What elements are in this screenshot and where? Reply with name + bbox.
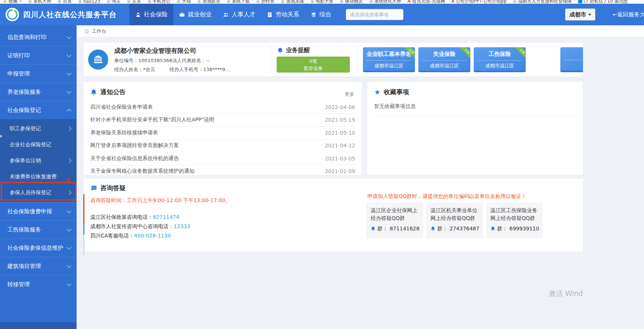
globe-icon: ⊕ bbox=[256, 0, 260, 4]
people-icon bbox=[223, 12, 229, 18]
sidebar-item-construction[interactable]: 建筑项目管理 bbox=[0, 257, 77, 275]
sidebar-submenu: 职工参保登记 企业社会保险登记 参保单位注销 未缴费单位恢复缴费 参保人员停保登… bbox=[0, 119, 77, 202]
breadcrumb-label[interactable]: 工作台 bbox=[92, 28, 106, 35]
notice-row[interactable]: 网厅登录后事项跳转登录页面解决方案 2021-04-12 bbox=[90, 140, 355, 153]
more-link[interactable]: 更多 bbox=[345, 91, 354, 98]
globe-icon: ⊕ bbox=[127, 0, 131, 4]
submenu-item-employee-register[interactable]: 职工参保登记 bbox=[0, 121, 77, 137]
favorites-title: 收藏事项 bbox=[384, 88, 409, 96]
bookmark-favorites[interactable]: ★ 收藏 bbox=[3, 0, 22, 4]
submenu-item-stop-insurance[interactable]: 参保人员停保登记 bbox=[0, 185, 77, 201]
browser-bookmarks-bar: ★ 收藏 ⊕装机大师 ⊕百度 ⊕hao123 ⊕淘宝 ⊕京东 ⊕手机办公 ⊕天猫… bbox=[0, 0, 644, 4]
submenu-item-unit-cancel[interactable]: 参保单位注销 bbox=[0, 153, 77, 169]
submenu-item-company-register[interactable]: 企业社会保险登记 bbox=[0, 137, 77, 153]
globe-icon: ⊕ bbox=[281, 0, 285, 4]
sidebar-item-injury-service[interactable]: 工伤保险服务 bbox=[0, 220, 77, 239]
bookmark-item[interactable]: ⊕百度 bbox=[58, 0, 72, 4]
sidebar-item-pension-service[interactable]: 养老保险服务 bbox=[0, 83, 77, 101]
bookmark-label: 成都市人力资源和社会保障 bbox=[518, 0, 572, 4]
bookmark-item[interactable]: ⊕天猫 bbox=[177, 0, 191, 4]
bookmark-item[interactable]: ⊕手机办公 bbox=[147, 0, 170, 4]
qq-group-card: 温江区机关事业单位网上经办答疑QQ群 群：274376487 bbox=[426, 202, 483, 239]
sidebar-item-label: 信息查询和打印 bbox=[7, 34, 46, 41]
notice-date: 2021-04-12 bbox=[325, 143, 355, 148]
insurance-card-title: 企业职工基本养老 bbox=[363, 51, 415, 58]
notice-row[interactable]: 关于全省社会保险信息系统停机的通告 2021-03-05 bbox=[90, 152, 355, 165]
insurance-card-injury[interactable]: 正常 工伤保险 成都市温江区 bbox=[474, 47, 526, 72]
bookmark-item[interactable]: ⊕成都市人力资源和社会保障 bbox=[513, 0, 572, 4]
notice-row[interactable]: 关于金保专网核心业务数据库系统维护的通知 2021-01-09 bbox=[90, 165, 355, 178]
nav-label: 就业创业 bbox=[188, 11, 212, 19]
bookmark-label: 折特卖 bbox=[261, 0, 275, 4]
sidebar-item-social-registration[interactable]: 社会保险登记 bbox=[0, 101, 77, 119]
chevron-down-icon bbox=[67, 263, 71, 268]
bookmark-item[interactable]: ⊕系统优化大师 bbox=[369, 0, 401, 4]
bookmark-item[interactable]: ⊕游戏加速 bbox=[281, 0, 304, 4]
windows-activation-watermark: 激活 Wind bbox=[549, 289, 583, 298]
nav-social-insurance[interactable]: 社会保险 bbox=[129, 4, 173, 25]
bookmark-item[interactable]: ⊕京东 bbox=[127, 0, 141, 4]
sidebar-item-cert-print[interactable]: 证明打印 bbox=[0, 46, 77, 64]
notice-row[interactable]: 针对小米手机等部分安卓手机下载"四川人社APP"说明 2021-05-19 bbox=[90, 114, 355, 127]
sidebar-collapse-arrow[interactable] bbox=[0, 135, 2, 138]
person-hands-icon bbox=[135, 12, 141, 18]
nav-employment[interactable]: 就业创业 bbox=[173, 4, 217, 25]
favorites-panel: ★ 收藏事项 暂无收藏事项信息 bbox=[367, 82, 583, 175]
chevron-down-icon bbox=[67, 34, 71, 39]
nav-talent[interactable]: 人事人才 bbox=[217, 4, 261, 25]
qq-group-cards: 温江区企业社保网上经办答疑QQ群 群：871141628 温江区机关事业单位网上… bbox=[366, 202, 543, 239]
insurance-card-unemployment[interactable]: 正常 失业保险 成都市温江区 bbox=[418, 47, 470, 72]
insurance-card-pension[interactable]: 正常 企业职工基本养老 成都市温江区 bbox=[363, 47, 415, 72]
sidebar-item-label: 证明打印 bbox=[7, 52, 30, 59]
sidebar-item-info-query[interactable]: 信息查询和打印 bbox=[0, 28, 77, 46]
notice-row[interactable]: 养老保险关系转移接续申请表 2021-05-10 bbox=[90, 127, 355, 140]
back-to-hall-link[interactable]: ←返回服务大厅 bbox=[612, 11, 644, 18]
qq-group-number-label: 群： bbox=[377, 225, 388, 233]
temp-business-button[interactable]: 0笔 暂存业务 bbox=[277, 57, 350, 73]
notice-title: 网厅登录后事项跳转登录页面解决方案 bbox=[90, 142, 179, 149]
unit-code-value: 10010385368 bbox=[138, 58, 172, 63]
bookmark-item[interactable]: ⊕hao123 bbox=[78, 0, 100, 4]
bookmark-item[interactable]: ⊕淘宝 bbox=[106, 0, 120, 4]
insurance-card-partial[interactable] bbox=[560, 47, 583, 72]
sidebar-item-payment-declare[interactable]: 社会保险缴费申报 bbox=[0, 202, 77, 220]
search-input[interactable] bbox=[346, 9, 403, 20]
phone-number-link[interactable]: 400-028-1130 bbox=[134, 233, 171, 239]
notice-row[interactable]: 四川省社会保险业务申请表 2022-04-06 bbox=[90, 101, 355, 114]
bell-icon bbox=[490, 226, 495, 231]
consult-panel: 咨询答疑 咨询答疑时间：工作日上午9:00-12:00 下午13:00-17:0… bbox=[84, 179, 583, 252]
sidebar-item-declare[interactable]: 申报管理 bbox=[0, 64, 77, 83]
qq-group-card: 温江区工伤保险业务网上经办答疑QQ群 群：699939110 bbox=[486, 202, 543, 239]
breadcrumb: 工作台 bbox=[77, 25, 644, 37]
bookmark-item[interactable]: A公司介绍PPT-公司介绍pp bbox=[451, 0, 507, 4]
globe-icon: ⊕ bbox=[58, 0, 61, 4]
sidebar-item-label: 社会保险缴费申报 bbox=[7, 208, 52, 215]
bookmark-label: 收藏 bbox=[9, 0, 17, 4]
chevron-down-icon bbox=[20, 1, 22, 2]
bookmark-label: 百度 bbox=[63, 0, 72, 4]
notice-date: 2021-03-05 bbox=[325, 156, 355, 162]
bookmark-item[interactable]: (7 封私信 / 10 条消息 bbox=[578, 0, 628, 4]
insurance-card-region: 成都市温江区 bbox=[418, 63, 470, 69]
phone-number-link[interactable]: 82711474 bbox=[153, 214, 179, 220]
agent-phone-label: 经办人手机号： bbox=[170, 67, 203, 72]
bookmark-item[interactable]: ⊕装机大师 bbox=[28, 0, 51, 4]
document-icon bbox=[267, 12, 273, 18]
bookmark-item[interactable]: ⊕游戏娱乐 bbox=[197, 0, 220, 4]
main-nav: 社会保险 就业创业 人事人才 劳动关系 综合 bbox=[129, 4, 337, 25]
submenu-item-resume-payment[interactable]: 未缴费单位恢复缴费 bbox=[0, 169, 77, 185]
bookmark-item[interactable]: ⊕系统下载 bbox=[226, 0, 249, 4]
app-header: 四川人社在线公共服务平台 社会保险 就业创业 人事人才 劳动关系 综合 成都市 … bbox=[0, 4, 644, 25]
sidebar-item-info-maintain[interactable]: 社会保险参保信息维护 bbox=[0, 239, 77, 257]
nav-labor-relations[interactable]: 劳动关系 bbox=[261, 4, 305, 25]
nav-comprehensive[interactable]: 综合 bbox=[305, 4, 337, 25]
phone-number-link[interactable]: 12333 bbox=[174, 223, 190, 229]
bookmark-item[interactable]: ⊕驱动精灵 bbox=[340, 0, 363, 4]
chevron-down-icon bbox=[67, 89, 71, 94]
sidebar-item-transfer[interactable]: 转移管理 bbox=[0, 275, 77, 293]
city-selector[interactable]: 成都市 bbox=[565, 9, 595, 20]
bookmark-item[interactable]: A会员充值-充值网 bbox=[408, 0, 445, 4]
bookmark-label: 电影大全 bbox=[316, 0, 334, 4]
bookmark-item[interactable]: ⊕折特卖 bbox=[256, 0, 275, 4]
bookmark-item[interactable]: ⊕电影大全 bbox=[310, 0, 334, 4]
